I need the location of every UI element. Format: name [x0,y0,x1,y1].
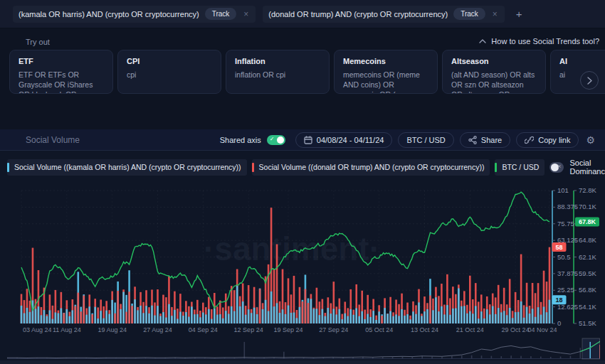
calendar-icon [304,136,312,144]
help-link[interactable]: How to use Social Trends tool? [479,37,599,46]
price-axis-tick: 54.1K [579,303,596,311]
legend-item[interactable]: Social Volume ((donald OR trump) AND (cr… [252,159,490,176]
watermark: ·santiment· [204,230,380,267]
social-volume-chart[interactable]: ·santiment·10188.37575.7563.12550.537.87… [0,181,605,338]
x-icon: × [557,163,561,170]
social-dominance-toggle[interactable]: × [549,162,564,173]
panel-title: Social Volume [26,135,80,145]
social-trends-page: (kamala OR harris) AND (crypto OR crypto… [0,0,605,364]
query-chip[interactable]: (donald OR trump) AND (crypto OR cryptoc… [263,6,505,23]
help-link-label: How to use Social Trends tool? [491,37,599,46]
close-icon[interactable]: × [491,9,499,19]
copy-link-button[interactable]: Copy link [516,132,579,148]
social-dominance-toggle-group[interactable]: × Social Dominance [549,159,605,176]
legend-item[interactable]: BTC / USD [495,159,544,176]
legend-row: Social Volume ((kamala OR harris) AND (c… [7,158,599,176]
query-text: (kamala OR harris) AND (crypto OR crypto… [19,10,199,18]
query-tags-bar: (kamala OR harris) AND (crypto OR crypto… [0,0,605,28]
tryout-cards-row: ETFETF OR ETFs OR Grayscale OR iShares O… [9,50,605,95]
tryout-card-etf[interactable]: ETFETF OR ETFs OR Grayscale OR iShares O… [9,50,113,94]
copy-link-label: Copy link [538,136,570,144]
tryout-card-ai[interactable]: AIai [550,50,605,94]
asset-pair-button[interactable]: BTC / USD [398,132,453,148]
link-icon [525,136,534,144]
close-icon[interactable]: × [242,9,250,19]
x-axis-tick: 03 Aug 24 [23,326,52,333]
legend-label: Social Volume ((donald OR trump) AND (cr… [259,163,485,171]
x-axis-tick: 11 Aug 24 [53,326,81,333]
social-dominance-label: Social Dominance [569,159,605,176]
add-query-button[interactable]: + [512,8,527,20]
card-query: ETF OR ETFs OR Grayscale OR iShares OR b… [19,70,104,94]
tryout-label: Try out [26,38,50,46]
tryout-section: Try out How to use Social Trends tool? E… [0,28,605,129]
tryout-card-memecoins[interactable]: Memecoinsmemecoins OR (meme AND coins) O… [334,50,438,94]
price-current-badge: 67.8K [579,218,596,225]
x-axis-tick: 04 Sep 24 [189,326,218,333]
query-text: (donald OR trump) AND (crypto OR cryptoc… [268,10,448,18]
navigator-selection-window[interactable] [582,338,599,359]
timeline-navigator[interactable] [7,338,600,360]
card-query: cpi [127,70,212,80]
navigator-history-line [7,341,600,358]
social-axis-tick: 37.875 [557,269,578,277]
x-axis-tick: 27 Sep 24 [319,326,348,333]
gear-icon[interactable]: ⚙ [584,134,596,146]
price-axis-tick: 51.5K [579,319,596,327]
tryout-card-inflation[interactable]: Inflationinflation OR cpi [226,50,330,94]
panel-controls: Shared axis ✓ 04/08/24 - 04/11/24 BTC / … [220,132,596,148]
date-range-button[interactable]: 04/08/24 - 04/11/24 [295,132,393,148]
social-current-badge: 58 [555,244,562,251]
panel-header: Social Volume Shared axis ✓ 04/08/24 - 0… [0,129,605,151]
share-button[interactable]: Share [460,132,510,148]
chevron-up-icon [479,39,486,43]
x-axis-tick: 27 Aug 24 [143,326,172,333]
legend-label: BTC / USD [502,163,539,171]
shared-axis-toggle[interactable]: ✓ [267,135,285,145]
card-title: AI [559,57,605,65]
price-axis-tick: 64.8K [579,236,596,244]
price-axis-tick: 72.8K [579,186,596,194]
card-query: memecoins OR (meme AND coins) OR memecoi… [343,70,428,94]
query-chip[interactable]: (kamala OR harris) AND (crypto OR crypto… [13,6,256,23]
social-current-badge: 18 [555,296,562,304]
bottom-strip [0,360,605,364]
price-axis-tick: 56.8K [579,286,596,294]
track-button[interactable]: Track [453,8,485,20]
legend-color-bar [7,163,9,172]
price-axis-tick: 59.5K [579,269,596,277]
legend-item[interactable]: Social Volume ((kamala OR harris) AND (c… [7,159,247,176]
share-icon [468,136,477,144]
tryout-card-cpi[interactable]: CPIcpi [117,50,221,94]
social-volume-panel: Social Volume Shared axis ✓ 04/08/24 - 0… [0,129,605,364]
share-label: Share [481,136,502,144]
x-axis-tick: 21 Oct 24 [456,326,484,333]
track-button[interactable]: Track [205,8,237,20]
social-axis-tick: 0 [557,319,561,327]
tryout-card-altseason[interactable]: Altseason(alt AND season) OR alts OR szn… [442,50,546,94]
x-axis-tick: 19 Sep 24 [273,326,302,333]
legend-label: Social Volume ((kamala OR harris) AND (c… [14,163,241,171]
card-title: Memecoins [343,57,428,65]
card-query: inflation OR cpi [235,70,320,80]
x-axis-tick: 12 Sep 24 [234,326,263,333]
x-axis-tick: 19 Aug 24 [98,326,127,333]
x-axis-tick: 13 Oct 24 [411,326,438,333]
card-title: CPI [127,57,212,65]
x-axis-tick: 29 Oct 24 [502,326,530,333]
x-axis-tick: 05 Oct 24 [365,326,393,333]
shared-axis-label: Shared axis [220,136,261,144]
card-title: Inflation [235,57,320,65]
card-query: (alt AND season) OR alts OR szn OR altse… [451,70,537,94]
card-title: ETF [19,57,104,65]
date-range-value: 04/08/24 - 04/11/24 [317,136,384,144]
social-axis-tick: 101 [557,186,569,194]
carousel-next-button[interactable] [580,71,599,90]
x-axis-tick: 04 Nov 24 [527,326,557,333]
social-axis-tick: 75.75 [557,220,574,228]
legend-color-bar [252,163,254,172]
card-title: Altseason [451,57,537,65]
price-axis-tick: 70.1K [579,203,596,210]
check-icon: ✓ [270,136,275,142]
social-axis-tick: 25.25 [557,286,574,294]
